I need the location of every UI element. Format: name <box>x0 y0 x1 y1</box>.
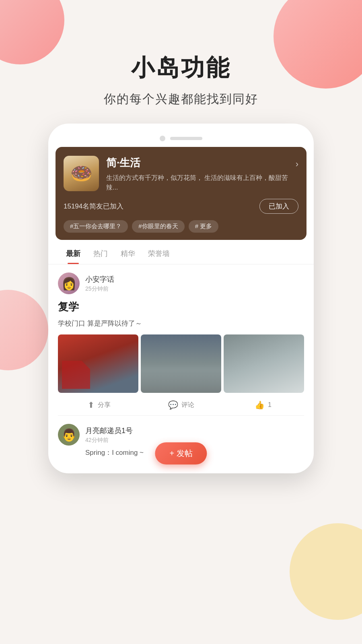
island-members-count: 15194名简友已加入 <box>64 202 123 211</box>
comment-button[interactable]: 💬 评论 <box>140 400 222 410</box>
page-subtitle: 你的每个兴趣都能找到同好 <box>0 91 362 107</box>
island-name: 简·生活 <box>106 156 288 170</box>
post-author-name-1: 小安字话 <box>85 275 304 284</box>
post-author-info-1: 小安字话 25分钟前 <box>85 275 304 293</box>
post-card-1: 小安字话 25分钟前 复学 学校门口 算是严阵以待了～ ⬆ 分享 💬 评论 👍 <box>48 264 314 416</box>
page-title: 小岛功能 <box>0 52 362 84</box>
island-card: 简·生活 生活的方式有千万种，似万花筒， 生活的滋味有上百种，酸甜苦辣... ›… <box>56 147 306 240</box>
post-image-3[interactable] <box>224 334 304 393</box>
comment-icon: 💬 <box>168 400 178 410</box>
header-section: 小岛功能 你的每个兴趣都能找到同好 <box>0 0 362 124</box>
tab-latest[interactable]: 最新 <box>60 242 87 264</box>
like-icon: 👍 <box>255 400 265 410</box>
tab-hot[interactable]: 热门 <box>87 242 114 264</box>
share-label: 分享 <box>98 401 111 409</box>
island-tag-1[interactable]: #五一你会去哪里？ <box>64 220 128 233</box>
like-button[interactable]: 👍 1 <box>222 400 304 410</box>
bg-decoration-mid-left <box>0 290 48 370</box>
phone-top-bar <box>48 136 314 141</box>
post-actions-1: ⬆ 分享 💬 评论 👍 1 <box>58 394 304 416</box>
phone-mockup: 简·生活 生活的方式有千万种，似万花筒， 生活的滋味有上百种，酸甜苦辣... ›… <box>48 124 314 473</box>
post-body-1: 学校门口 算是严阵以待了～ <box>58 318 304 329</box>
phone-camera <box>160 136 165 141</box>
island-avatar-image <box>64 156 99 191</box>
join-button[interactable]: 已加入 <box>259 199 298 214</box>
post-author-row: 小安字话 25分钟前 <box>58 272 304 294</box>
share-icon: ⬆ <box>88 400 95 410</box>
post-author-info-2: 月亮邮递员1号 42分钟前 <box>85 426 304 444</box>
post-image-2[interactable] <box>141 334 221 393</box>
post-title-1: 复学 <box>58 300 304 314</box>
island-description: 生活的方式有千万种，似万花筒， 生活的滋味有上百种，酸甜苦辣... <box>106 173 288 192</box>
island-tags: #五一你会去哪里？ #你眼里的春天 # 更多 <box>64 220 298 233</box>
island-avatar <box>64 156 99 191</box>
fab-post-button[interactable]: + 发帖 <box>155 442 207 464</box>
post-time-1: 25分钟前 <box>85 285 304 293</box>
bg-decoration-bottom-right <box>290 523 362 620</box>
post-author-avatar-2 <box>58 424 80 446</box>
post-images-1 <box>58 334 304 393</box>
comment-label: 评论 <box>181 401 194 409</box>
island-info: 简·生活 生活的方式有千万种，似万花筒， 生活的滋味有上百种，酸甜苦辣... <box>106 156 288 192</box>
post-author-avatar-1 <box>58 272 80 294</box>
like-count: 1 <box>268 401 272 409</box>
island-tag-2[interactable]: #你眼里的春天 <box>132 220 184 233</box>
island-tag-more[interactable]: # 更多 <box>189 220 219 233</box>
phone-speaker <box>170 137 202 140</box>
island-members-row: 15194名简友已加入 已加入 <box>64 199 298 214</box>
tab-featured[interactable]: 精华 <box>114 242 142 264</box>
island-card-header: 简·生活 生活的方式有千万种，似万花筒， 生活的滋味有上百种，酸甜苦辣... › <box>64 156 298 192</box>
share-button[interactable]: ⬆ 分享 <box>58 400 140 410</box>
tab-honor[interactable]: 荣誉墙 <box>142 242 176 264</box>
post-author-name-2: 月亮邮递员1号 <box>85 426 304 436</box>
chevron-right-icon[interactable]: › <box>296 159 298 169</box>
post-image-1[interactable] <box>58 334 138 393</box>
tabs-bar: 最新 热门 精华 荣誉墙 <box>48 242 314 264</box>
